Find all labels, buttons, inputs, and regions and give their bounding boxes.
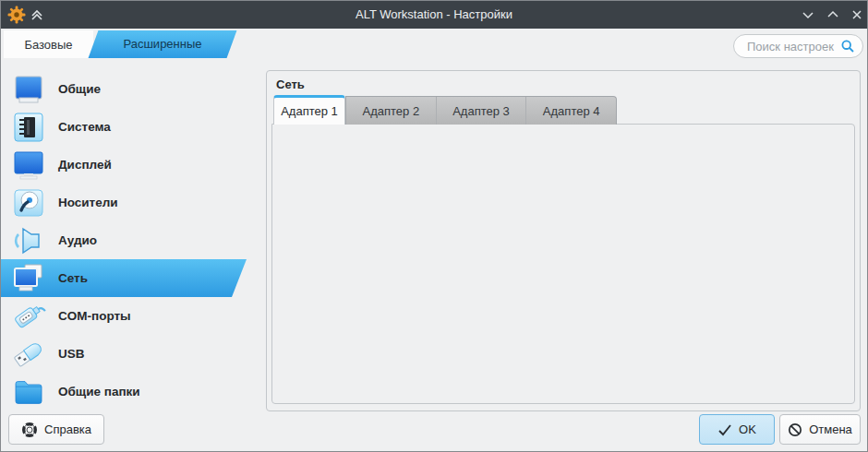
sidebar-item-label: USB: [58, 347, 85, 361]
sidebar-item-serial-ports[interactable]: COM-порты: [1, 297, 247, 335]
sidebar-item-network[interactable]: Сеть: [1, 259, 247, 297]
minimize-button[interactable]: [801, 7, 817, 22]
tab-advanced-label: Расширенные: [93, 30, 232, 58]
sidebar-item-label: Общие: [58, 82, 101, 96]
ok-label: OK: [739, 422, 756, 436]
sidebar-item-label: COM-порты: [58, 309, 131, 323]
check-icon: [717, 423, 732, 436]
system-icon: [10, 109, 47, 146]
tab-adapter-1-label: Адаптер 1: [281, 104, 338, 118]
storage-icon: [10, 184, 47, 221]
sidebar-item-general[interactable]: Общие: [1, 70, 247, 108]
sidebar-item-label: Носители: [58, 196, 118, 209]
tab-adapter-4-label: Адаптер 4: [543, 104, 600, 118]
sidebar-item-label: Дисплей: [58, 158, 112, 172]
sidebar-item-label: Система: [58, 120, 111, 134]
usb-icon: [10, 336, 47, 373]
maximize-button[interactable]: [826, 7, 842, 22]
sidebar-item-usb[interactable]: USB: [1, 335, 247, 373]
serial-port-icon: [10, 298, 47, 335]
cancel-icon: [788, 422, 802, 437]
window-title: ALT Workstation - Настройки: [1, 1, 867, 29]
tab-adapter-4[interactable]: Адаптер 4: [525, 97, 616, 125]
sidebar-item-system[interactable]: Система: [1, 108, 247, 146]
tab-basic-label: Базовые: [24, 38, 72, 52]
sidebar-item-label: Аудио: [58, 233, 97, 247]
ok-button[interactable]: OK: [699, 414, 775, 445]
shared-folders-icon: [10, 374, 47, 410]
titlebar: ALT Workstation - Настройки: [1, 1, 867, 29]
search-box[interactable]: [733, 34, 863, 58]
sidebar-item-audio[interactable]: Аудио: [1, 221, 247, 259]
sidebar-item-storage[interactable]: Носители: [1, 184, 247, 221]
tab-adapter-3-label: Адаптер 3: [452, 104, 510, 118]
display-icon: [10, 147, 47, 184]
sidebar-item-label: Общие папки: [58, 385, 140, 398]
tab-adapter-2-label: Адаптер 2: [363, 104, 420, 118]
tab-adapter-1[interactable]: Адаптер 1: [273, 95, 345, 125]
search-icon[interactable]: [840, 39, 855, 54]
network-icon: [10, 260, 47, 297]
sidebar-item-display[interactable]: Дисплей: [1, 146, 247, 184]
close-icon[interactable]: [850, 7, 866, 22]
general-icon: [10, 71, 47, 108]
help-label: Справка: [44, 422, 91, 436]
adapter-tab-strip: Адаптер 2 Адаптер 3 Адаптер 4: [345, 96, 617, 125]
sidebar-item-shared-folders[interactable]: Общие папки: [1, 373, 247, 410]
help-button[interactable]: Справка: [8, 414, 104, 445]
adapter-pane: [271, 124, 855, 404]
sidebar-item-label: Сеть: [58, 271, 88, 285]
tab-advanced[interactable]: Расширенные: [89, 30, 237, 58]
tab-basic[interactable]: Базовые: [4, 30, 93, 58]
search-input[interactable]: [747, 40, 840, 54]
tab-adapter-2[interactable]: Адаптер 2: [346, 97, 436, 125]
tab-adapter-3[interactable]: Адаптер 3: [436, 97, 526, 125]
cancel-button[interactable]: Отмена: [779, 414, 861, 445]
audio-icon: [10, 222, 47, 259]
groupbox-title: Сеть: [276, 77, 305, 91]
cancel-label: Отмена: [809, 422, 852, 436]
lifebuoy-icon: [21, 422, 38, 438]
settings-window: ALT Workstation - Настройки Базовые Расш…: [0, 0, 868, 452]
